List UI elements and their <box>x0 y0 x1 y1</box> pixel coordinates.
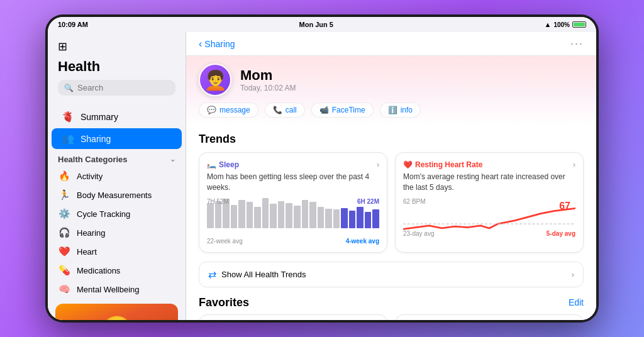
activity-label: Activity <box>77 172 103 181</box>
facetime-button[interactable]: 📹 FaceTime <box>311 102 374 118</box>
heart-chart: 62 BPM 67 <box>403 198 575 228</box>
sidebar-item-body[interactable]: 🏃 Body Measurements <box>48 185 186 204</box>
device-screen: 10:09 AM Mon Jun 5 ▲ 100% ⊞ <box>48 17 596 320</box>
heart-description: Mom's average resting heart rate increas… <box>403 172 575 193</box>
medications-label: Medications <box>77 266 120 275</box>
favorites-header: Favorites Edit <box>199 296 584 309</box>
sleep-chart: 7H 52M 6H 22M <box>207 198 379 236</box>
medications-icon: 💊 <box>58 265 70 276</box>
sleep-legend: 22-week avg 4-week avg <box>207 238 379 245</box>
contact-buttons: 💬 message 📞 call 📹 FaceTime ℹ️ <box>199 102 584 118</box>
hearing-icon: 🎧 <box>58 227 70 238</box>
heart-trend-icon: ❤️ <box>403 160 413 169</box>
health-categories-header: Health Categories ⌄ <box>48 150 186 167</box>
sidebar-item-medications[interactable]: 💊 Medications <box>48 261 186 280</box>
edit-button[interactable]: Edit <box>569 297 584 307</box>
trends-grid: 🛏️ Sleep › Mom has been getting less sle… <box>199 152 584 253</box>
wifi-icon: ▲ <box>545 21 552 28</box>
sleep-legend-left: 22-week avg <box>207 238 243 245</box>
search-input[interactable] <box>77 83 183 92</box>
search-bar[interactable]: 🔍 🎙️ <box>58 80 175 96</box>
sidebar-item-activity[interactable]: 🔥 Activity <box>48 167 186 185</box>
back-button[interactable]: ‹ Sharing <box>199 38 235 50</box>
show-all-chevron-icon: › <box>572 270 574 279</box>
info-label: info <box>401 106 413 114</box>
sidebar-item-mental[interactable]: 🧠 Mental Wellbeing <box>48 280 186 299</box>
sidebar-item-cycle[interactable]: ⚙️ Cycle Tracking <box>48 204 186 223</box>
info-icon: ℹ️ <box>388 106 397 114</box>
sidebar-item-hearing[interactable]: 🎧 Hearing <box>48 223 186 242</box>
sidebar-item-sharing[interactable]: 👥 Sharing <box>52 128 182 149</box>
message-button[interactable]: 💬 message <box>199 102 258 118</box>
categories-chevron[interactable]: ⌄ <box>170 155 175 163</box>
sleep-trend-card: 🛏️ Sleep › Mom has been getting less sle… <box>199 152 387 253</box>
sleep-avg-label: 7H 52M <box>207 198 229 205</box>
mental-icon: 🧠 <box>58 284 70 295</box>
avatar-emoji: 🧑‍🦱 <box>204 69 227 91</box>
summary-icon: 🫀 <box>62 111 74 123</box>
main-scroll[interactable]: Trends 🛏️ Sleep › Mom has been <box>186 125 596 320</box>
hearing-label: Hearing <box>77 228 106 238</box>
facetime-icon: 📹 <box>319 106 329 114</box>
sidebar-app-title: Health <box>58 58 175 75</box>
avatar: 🧑‍🦱 <box>199 64 231 96</box>
avatar-image: 😊 <box>55 304 178 320</box>
sleep-highlight-label: 6H 22M <box>357 198 379 205</box>
mental-label: Mental Wellbeing <box>77 285 139 294</box>
status-time: 10:09 AM <box>58 21 88 28</box>
summary-label: Summary <box>80 112 118 122</box>
app-content: ⊞ Health 🔍 🎙️ 🫀 Summary 👥 Sharing <box>48 32 596 320</box>
message-label: message <box>219 106 250 114</box>
body-label: Body Measurements <box>77 191 152 200</box>
activity-icon: 🔥 <box>58 170 70 182</box>
battery-icon <box>572 21 586 28</box>
status-right: ▲ 100% <box>545 21 586 28</box>
sidebar-avatar: 😊 <box>55 304 178 320</box>
profile-info: Mom Today, 10:02 AM <box>240 67 296 92</box>
heart-icon: ❤️ <box>58 246 70 257</box>
heart-trend-card: ❤️ Resting Heart Rate › Mom's average re… <box>395 152 584 253</box>
battery-pct: 100% <box>553 21 570 28</box>
heart-rate-chart-svg <box>403 198 575 240</box>
show-all-label: Show All Health Trends <box>221 270 306 279</box>
trends-icon: ⇄ <box>208 268 216 280</box>
profile-name: Mom <box>240 67 296 84</box>
profile-section: 🧑‍🦱 Mom Today, 10:02 AM 💬 message <box>186 56 596 125</box>
cycle-label: Cycle Tracking <box>77 209 130 219</box>
heart-trend-label: ❤️ Resting Heart Rate <box>403 160 482 169</box>
sleep-trend-label: 🛏️ Sleep <box>207 160 239 169</box>
cycle-icon: ⚙️ <box>58 208 70 219</box>
sleep-chevron-icon[interactable]: › <box>377 160 379 169</box>
dots-menu[interactable]: ··· <box>570 37 584 50</box>
activity-fav-card: 🔥 Activity 10:01 AM › <box>199 314 387 320</box>
heart-value: 67 <box>559 201 570 212</box>
heart-chevron-icon[interactable]: › <box>573 160 575 169</box>
show-all-trends-button[interactable]: ⇄ Show All Health Trends › <box>199 262 584 287</box>
sidebar-item-summary[interactable]: 🫀 Summary <box>52 106 182 127</box>
sleep-legend-right: 4-week avg <box>346 238 379 245</box>
call-icon: 📞 <box>273 106 282 114</box>
status-bar: 10:09 AM Mon Jun 5 ▲ 100% <box>48 17 596 32</box>
device-frame: 10:09 AM Mon Jun 5 ▲ 100% ⊞ <box>45 14 599 323</box>
sidebar-header: ⊞ Health 🔍 🎙️ <box>48 37 186 106</box>
sharing-icon: 👥 <box>62 133 74 145</box>
sidebar-item-heart[interactable]: ❤️ Heart <box>48 242 186 261</box>
trends-title: Trends <box>199 133 584 146</box>
main-header: ‹ Sharing ··· <box>186 32 596 56</box>
info-button[interactable]: ℹ️ info <box>380 102 421 118</box>
heart-card-header: ❤️ Resting Heart Rate › <box>403 160 575 169</box>
favorites-title: Favorites <box>199 296 249 309</box>
call-button[interactable]: 📞 call <box>265 102 305 118</box>
heart-label: Heart <box>77 247 97 257</box>
profile-time: Today, 10:02 AM <box>240 84 296 92</box>
sharing-label: Sharing <box>80 134 111 144</box>
search-icon: 🔍 <box>64 84 74 92</box>
message-icon: 💬 <box>207 106 216 114</box>
sidebar-layout-icon: ⊞ <box>58 40 67 53</box>
sleep-description: Mom has been getting less sleep over the… <box>207 172 379 193</box>
show-all-left: ⇄ Show All Health Trends <box>208 268 306 280</box>
health-categories-label: Health Categories <box>58 155 128 164</box>
sleep-icon: 🛏️ <box>207 160 216 169</box>
back-label: Sharing <box>204 39 235 49</box>
body-icon: 🏃 <box>58 189 70 201</box>
